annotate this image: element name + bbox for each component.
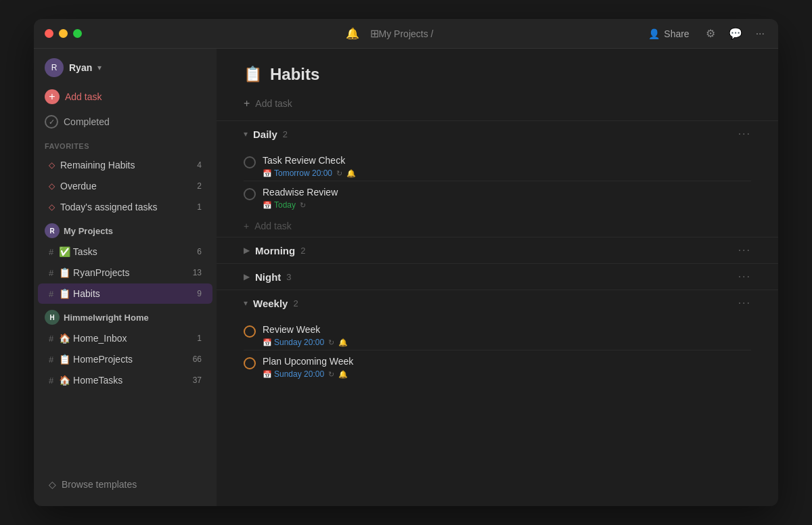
task-date: 📅 Tomorrow 20:00: [263, 168, 332, 178]
task-item[interactable]: Plan Upcoming Week 📅 Sunday 20:00 ↻ 🔔: [217, 350, 778, 382]
favorites-header: Favorites: [34, 134, 217, 154]
sidebar-item-tasks[interactable]: # ✅ Tasks 6: [38, 242, 212, 262]
himmelwright-label: Himmelwright Home: [64, 313, 149, 323]
item-label: 📋 RyanProjects: [59, 267, 129, 278]
sidebar-item-overdue[interactable]: ◇ Overdue 2: [38, 176, 212, 196]
item-label: ✅ Tasks: [59, 246, 97, 257]
plus-icon: +: [244, 221, 249, 231]
app-window: 🔔 ⊞ My Projects / 👤 Share ⚙ 💬 ··· R Ryan…: [34, 19, 778, 506]
sidebar: R Ryan ▾ + Add task ✓ Completed Favorite…: [34, 49, 217, 506]
item-count: 13: [193, 268, 202, 277]
task-item[interactable]: Task Review Check 📅 Tomorrow 20:00 ↻ 🔔: [217, 150, 778, 181]
chevron-right-icon: ▶: [244, 272, 250, 281]
home-projects-list: # 🏠 Home_Inbox 1 # 📋 HomeProjects 66 # 🏠…: [34, 327, 217, 391]
section-count: 2: [293, 298, 298, 309]
user-menu[interactable]: R Ryan ▾: [34, 49, 217, 84]
repeat-icon: ↻: [328, 338, 334, 347]
section-count: 2: [300, 246, 305, 256]
section-title: Night: [255, 271, 281, 283]
browse-templates-label: Browse templates: [62, 479, 137, 490]
repeat-icon: ↻: [300, 201, 306, 210]
item-count: 1: [197, 202, 202, 212]
section-night-header[interactable]: ▶ Night 3 ···: [217, 263, 778, 290]
sidebar-item-homeprojects[interactable]: # 📋 HomeProjects 66: [38, 349, 212, 369]
task-circle[interactable]: [244, 357, 256, 369]
item-label: Overdue: [60, 181, 97, 191]
completed-label: Completed: [64, 116, 110, 127]
task-content: Plan Upcoming Week 📅 Sunday 20:00 ↻ 🔔: [263, 356, 751, 379]
sidebar-item-ryanprojects[interactable]: # 📋 RyanProjects 13: [38, 262, 212, 283]
my-projects-avatar: R: [45, 223, 60, 238]
my-projects-section[interactable]: R My Projects: [34, 218, 217, 241]
repeat-icon: ↻: [328, 370, 334, 379]
check-circle-icon: ✓: [45, 115, 58, 129]
add-task-label: Add task: [65, 91, 102, 102]
diamond-icon: ◇: [49, 181, 55, 191]
comment-icon[interactable]: 💬: [726, 24, 745, 43]
section-morning-header[interactable]: ▶ Morning 2 ···: [217, 237, 778, 263]
task-item[interactable]: Readwise Review 📅 Today ↻: [217, 181, 778, 212]
task-circle[interactable]: [244, 325, 256, 338]
main-content: 📋 Habits + Add task ▾ Daily 2 ···: [217, 49, 778, 506]
sidebar-item-hometasks[interactable]: # 🏠 HomeTasks 37: [38, 370, 212, 390]
main-add-task-button[interactable]: + Add task: [217, 92, 778, 120]
bell-icon: 🔔: [346, 169, 356, 178]
item-count: 66: [193, 355, 202, 364]
share-button[interactable]: 👤 Share: [643, 26, 694, 42]
hash-icon: #: [49, 375, 53, 386]
task-meta: 📅 Tomorrow 20:00 ↻ 🔔: [263, 168, 751, 178]
task-name: Review Week: [263, 324, 751, 335]
completed-item[interactable]: ✓ Completed: [34, 110, 217, 134]
item-count: 4: [197, 160, 202, 170]
section-title: Morning: [255, 245, 295, 256]
minimize-button[interactable]: [59, 29, 68, 38]
more-icon[interactable]: ···: [753, 25, 767, 43]
section-more-button[interactable]: ···: [738, 297, 751, 309]
sidebar-item-remaining-habits[interactable]: ◇ Remaining Habits 4: [38, 155, 212, 175]
section-more-button[interactable]: ···: [738, 271, 751, 283]
notification-icon[interactable]: 🔔: [346, 27, 359, 40]
section-title: Weekly: [253, 298, 288, 309]
sidebar-toggle-icon[interactable]: ⊞: [370, 27, 379, 40]
task-item[interactable]: Review Week 📅 Sunday 20:00 ↻ 🔔: [217, 319, 778, 350]
browse-templates-button[interactable]: ◇ Browse templates: [34, 474, 217, 495]
sidebar-item-habits[interactable]: # 📋 Habits 9: [38, 283, 212, 304]
header-right: 👤 Share ⚙ 💬 ···: [643, 24, 767, 43]
add-icon: +: [45, 89, 60, 104]
close-button[interactable]: [45, 29, 53, 38]
himmelwright-avatar: H: [45, 310, 60, 325]
section-daily: ▾ Daily 2 ··· Task Review Check 📅: [217, 120, 778, 237]
section-daily-header[interactable]: ▾ Daily 2 ···: [217, 120, 778, 147]
task-circle[interactable]: [244, 156, 256, 168]
task-date: 📅 Sunday 20:00: [263, 338, 324, 347]
daily-add-task-button[interactable]: + Add task: [217, 215, 778, 237]
section-more-button[interactable]: ···: [738, 128, 751, 140]
settings-icon[interactable]: ⚙: [703, 24, 718, 43]
calendar-icon: 📅: [263, 338, 272, 347]
himmelwright-section[interactable]: H Himmelwright Home: [34, 304, 217, 327]
page-icon: 📋: [244, 66, 262, 83]
share-icon: 👤: [648, 28, 660, 39]
chevron-down-icon: ▾: [244, 298, 248, 308]
item-count: 2: [197, 181, 202, 191]
section-more-button[interactable]: ···: [738, 244, 751, 256]
chevron-down-icon: ▾: [97, 63, 102, 72]
sidebar-item-home-inbox[interactable]: # 🏠 Home_Inbox 1: [38, 328, 212, 348]
task-circle[interactable]: [244, 188, 256, 200]
weekly-task-list: Review Week 📅 Sunday 20:00 ↻ 🔔: [217, 316, 778, 384]
section-weekly-header[interactable]: ▾ Weekly 2 ···: [217, 290, 778, 316]
hash-icon: #: [49, 289, 53, 299]
item-label: Remaining Habits: [60, 160, 135, 170]
page-header: 📋 Habits: [217, 49, 778, 92]
section-title: Daily: [253, 129, 277, 140]
chevron-down-icon: ▾: [244, 129, 248, 139]
maximize-button[interactable]: [73, 29, 82, 38]
sidebar-item-todays-tasks[interactable]: ◇ Today's assigned tasks 1: [38, 197, 212, 217]
add-task-button[interactable]: + Add task: [34, 84, 217, 110]
hash-icon: #: [49, 268, 53, 278]
task-content: Review Week 📅 Sunday 20:00 ↻ 🔔: [263, 324, 751, 347]
calendar-icon: 📅: [263, 169, 272, 178]
item-label: 📋 HomeProjects: [59, 354, 133, 365]
date-text: Tomorrow 20:00: [274, 168, 332, 178]
user-name: Ryan: [69, 62, 92, 73]
